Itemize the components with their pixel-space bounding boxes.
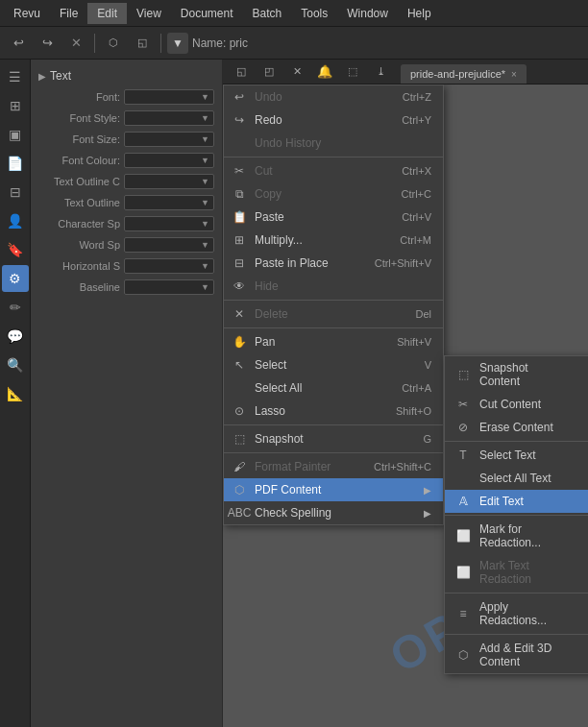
sidebar-layers[interactable]: ☰ bbox=[2, 63, 29, 90]
sidebar-comment[interactable]: 💬 bbox=[2, 323, 29, 350]
prop-wordsp: Word Sp ▼ bbox=[31, 234, 222, 255]
properties-panel: ▶ Text Font: ▼ Font Style: ▼ Font Size: … bbox=[31, 60, 223, 727]
menu-undo-history[interactable]: Undo History bbox=[224, 132, 443, 155]
sidebar-stamp[interactable]: ▣ bbox=[2, 121, 29, 148]
sidebar-page[interactable]: 📄 bbox=[2, 150, 29, 177]
select-text-icon: T bbox=[453, 448, 474, 463]
tab-icon-3[interactable]: ✕ bbox=[284, 59, 309, 84]
prop-font-value[interactable]: ▼ bbox=[124, 89, 214, 105]
section-header-text[interactable]: ▶ Text bbox=[31, 65, 222, 86]
painter-icon: 🖌 bbox=[232, 459, 247, 474]
menu-redo[interactable]: ↪ Redo Ctrl+Y bbox=[224, 109, 443, 132]
redo-button[interactable]: ↪ bbox=[35, 31, 60, 56]
menu-select[interactable]: ↖ Select V bbox=[224, 353, 443, 376]
prop-font-label: Font: bbox=[38, 91, 120, 103]
download-icon[interactable]: ⤓ bbox=[368, 59, 393, 84]
tab-close-icon[interactable]: × bbox=[511, 69, 517, 80]
menu-pdf-content[interactable]: ⬡ PDF Content ▶ bbox=[224, 478, 443, 501]
check-spelling-arrow: ▶ bbox=[424, 508, 431, 519]
undo-history-label: Undo History bbox=[255, 136, 356, 150]
main-area: ☰ ⊞ ▣ 📄 ⊟ 👤 🔖 ⚙ ✏ 💬 🔍 📐 ▶ Text Font: ▼ F… bbox=[0, 60, 588, 727]
hide-icon: 👁 bbox=[232, 279, 247, 294]
tab-icon-1[interactable]: ◱ bbox=[229, 59, 254, 84]
select-all-icon bbox=[232, 380, 247, 396]
sidebar-grid[interactable]: ⊞ bbox=[2, 92, 29, 119]
menu-tools[interactable]: Tools bbox=[291, 3, 337, 24]
prop-baseline-value[interactable]: ▼ bbox=[124, 279, 214, 295]
close-button[interactable]: ✕ bbox=[63, 31, 88, 56]
menu-pan[interactable]: ✋ Pan Shift+V bbox=[224, 330, 443, 353]
prop-textoutline-value[interactable]: ▼ bbox=[124, 195, 214, 210]
toolbar-icon-2[interactable]: ◱ bbox=[130, 31, 155, 56]
menu-copy[interactable]: ⧉ Copy Ctrl+C bbox=[224, 182, 443, 206]
rect-icon[interactable]: ⬚ bbox=[340, 59, 365, 84]
prop-hscale-label: Horizontal S bbox=[38, 260, 120, 272]
prop-textoutlinec-value[interactable]: ▼ bbox=[124, 174, 214, 189]
snapshot-icon: ⬚ bbox=[232, 431, 247, 447]
sidebar-stack[interactable]: ⊟ bbox=[2, 179, 29, 206]
pdf-content-label: PDF Content bbox=[255, 483, 416, 497]
undo-button[interactable]: ↩ bbox=[6, 31, 31, 56]
prop-fontcolour-value[interactable]: ▼ bbox=[124, 153, 214, 168]
prop-charsp-value[interactable]: ▼ bbox=[124, 216, 214, 231]
menu-paste-in-place[interactable]: ⊟ Paste in Place Ctrl+Shift+V bbox=[224, 252, 443, 275]
submenu-snapshot-content[interactable]: ⬚ Snapshot Content Shift+G bbox=[445, 356, 588, 393]
menu-undo[interactable]: ↩ Undo Ctrl+Z bbox=[224, 85, 443, 109]
sidebar-user[interactable]: 👤 bbox=[2, 207, 29, 234]
menu-lasso[interactable]: ⊙ Lasso Shift+O bbox=[224, 400, 443, 423]
prop-fontsize-value[interactable]: ▼ bbox=[124, 132, 214, 147]
submenu-mark-text-redaction[interactable]: ⬜ Mark Text Redaction Shift+K bbox=[445, 554, 588, 591]
pdf-content-submenu: ⬚ Snapshot Content Shift+G ✂ Cut Content… bbox=[444, 355, 588, 674]
menu-check-spelling[interactable]: ABC Check Spelling ▶ bbox=[224, 501, 443, 524]
menu-file[interactable]: File bbox=[50, 3, 87, 24]
name-dropdown[interactable]: ▼ bbox=[167, 33, 188, 54]
separator-1 bbox=[224, 157, 443, 158]
paste-label: Paste bbox=[255, 210, 356, 224]
submenu-3d-content[interactable]: ⬡ Add & Edit 3D Content Ctrl+Alt+3 bbox=[445, 637, 588, 673]
sidebar-bookmark[interactable]: 🔖 bbox=[2, 236, 29, 263]
submenu-cut-content[interactable]: ✂ Cut Content bbox=[445, 393, 588, 416]
pan-icon: ✋ bbox=[232, 334, 247, 350]
lasso-icon: ⊙ bbox=[232, 403, 247, 419]
sidebar-search[interactable]: 🔍 bbox=[2, 351, 29, 378]
sidebar-settings[interactable]: ⚙ bbox=[2, 265, 29, 292]
sidebar-measure[interactable]: 📐 bbox=[2, 380, 29, 407]
submenu-select-text[interactable]: T Select Text Shift+T bbox=[445, 444, 588, 467]
menu-multiply[interactable]: ⊞ Multiply... Ctrl+M bbox=[224, 229, 443, 252]
menu-paste[interactable]: 📋 Paste Ctrl+V bbox=[224, 206, 443, 229]
menu-select-all[interactable]: Select All Ctrl+A bbox=[224, 376, 443, 400]
menu-batch[interactable]: Batch bbox=[243, 3, 292, 24]
redo-shortcut: Ctrl+Y bbox=[364, 114, 431, 126]
menu-document[interactable]: Document bbox=[171, 3, 243, 24]
select-all-text-label: Select All Text bbox=[479, 472, 568, 485]
check-spelling-label: Check Spelling bbox=[255, 506, 416, 520]
submenu-edit-text[interactable]: 𝔸 Edit Text bbox=[445, 490, 588, 513]
prop-wordsp-value[interactable]: ▼ bbox=[124, 237, 214, 253]
edit-text-shortcut bbox=[576, 495, 588, 508]
menu-hide[interactable]: 👁 Hide bbox=[224, 275, 443, 298]
document-tab[interactable]: pride-and-prejudice* × bbox=[401, 64, 527, 84]
menu-help[interactable]: Help bbox=[398, 3, 441, 24]
menu-edit[interactable]: Edit bbox=[87, 3, 127, 24]
tab-icon-2[interactable]: ◰ bbox=[257, 59, 282, 84]
multiply-label: Multiply... bbox=[255, 233, 356, 247]
menu-cut[interactable]: ✂ Cut Ctrl+X bbox=[224, 159, 443, 182]
lasso-label: Lasso bbox=[255, 404, 356, 418]
submenu-erase-content[interactable]: ⊘ Erase Content bbox=[445, 416, 588, 439]
format-painter-label: Format Painter bbox=[255, 460, 356, 473]
menu-window[interactable]: Window bbox=[337, 3, 398, 24]
menu-delete[interactable]: ✕ Delete Del bbox=[224, 303, 443, 326]
submenu-mark-redaction[interactable]: ⬜ Mark for Redaction... Shift+R bbox=[445, 518, 588, 554]
prop-hscale-value[interactable]: ▼ bbox=[124, 258, 214, 274]
menu-revu[interactable]: Revu bbox=[4, 3, 50, 24]
menu-format-painter[interactable]: 🖌 Format Painter Ctrl+Shift+C bbox=[224, 455, 443, 478]
menu-snapshot[interactable]: ⬚ Snapshot G bbox=[224, 427, 443, 450]
submenu-apply-redactions[interactable]: ≡ Apply Redactions... Shift+A bbox=[445, 595, 588, 632]
mark-text-redact-icon: ⬜ bbox=[453, 565, 474, 580]
sidebar-pencil[interactable]: ✏ bbox=[2, 294, 29, 321]
menu-view[interactable]: View bbox=[127, 3, 171, 24]
toolbar-icon-1[interactable]: ⬡ bbox=[101, 31, 126, 56]
bell-icon[interactable]: 🔔 bbox=[312, 59, 337, 84]
prop-fontstyle-value[interactable]: ▼ bbox=[124, 110, 214, 126]
submenu-select-all-text[interactable]: Select All Text Ctrl+Shift+A bbox=[445, 467, 588, 490]
